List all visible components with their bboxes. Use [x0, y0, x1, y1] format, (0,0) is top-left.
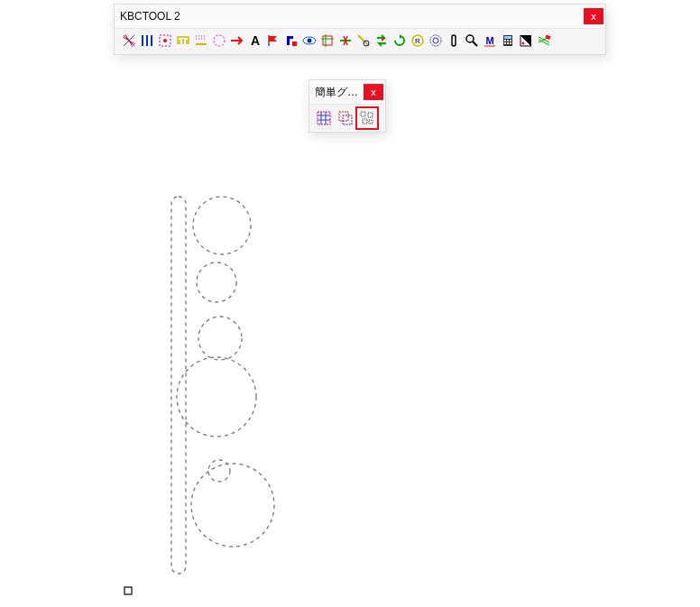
svg-rect-20: [510, 40, 511, 41]
svg-point-11: [430, 35, 441, 46]
popup-titlebar[interactable]: 簡単グル... x: [309, 80, 385, 104]
tool-flag[interactable]: [265, 32, 281, 49]
svg-rect-7: [323, 36, 332, 45]
tool-dashed-frame[interactable]: [157, 32, 173, 49]
main-close-button[interactable]: x: [584, 8, 603, 24]
popup-window: 簡単グル... x: [309, 79, 386, 133]
shape-circle[interactable]: [191, 464, 274, 547]
svg-rect-23: [510, 42, 511, 44]
svg-point-2: [214, 35, 225, 46]
popup-close-button[interactable]: x: [364, 84, 383, 100]
tool-letter-a[interactable]: A: [247, 32, 263, 49]
tool-registered[interactable]: R: [410, 32, 426, 49]
tool-ring[interactable]: [428, 32, 444, 49]
tool-bridge[interactable]: [175, 32, 191, 49]
svg-rect-31: [363, 119, 367, 124]
svg-rect-4: [292, 41, 297, 46]
shape-circle[interactable]: [193, 197, 251, 254]
tool-calc[interactable]: [500, 32, 516, 49]
tool-rotate[interactable]: [391, 32, 408, 49]
main-titlebar[interactable]: KBCTOOL 2 x: [115, 5, 605, 28]
tool-snap[interactable]: [355, 32, 372, 49]
tool-arrow-right[interactable]: [229, 32, 245, 49]
svg-rect-21: [504, 42, 506, 44]
svg-rect-19: [507, 40, 509, 41]
popup-tool-scatter[interactable]: [357, 108, 377, 128]
tool-measure[interactable]: M: [482, 32, 498, 49]
tool-erase[interactable]: [536, 32, 552, 49]
svg-text:R: R: [415, 37, 420, 45]
shape-circle[interactable]: [177, 357, 256, 437]
svg-text:M: M: [485, 35, 493, 46]
shape-circle[interactable]: [197, 262, 236, 302]
svg-point-24: [522, 42, 525, 45]
shape-circle[interactable]: [198, 317, 242, 360]
svg-rect-28: [343, 115, 352, 124]
svg-rect-13: [452, 35, 456, 46]
popup-toolbar-row: [309, 104, 385, 132]
popup-tool-overlap[interactable]: [336, 108, 355, 128]
svg-rect-32: [369, 120, 373, 124]
shape-circle[interactable]: [208, 460, 230, 482]
svg-rect-26: [318, 112, 330, 124]
main-title: KBCTOOL 2: [120, 10, 584, 23]
popup-title: 簡単グル...: [315, 85, 364, 100]
svg-text:A: A: [251, 33, 260, 48]
tool-contrast[interactable]: [518, 32, 534, 49]
tool-cut[interactable]: [337, 32, 354, 49]
svg-rect-22: [507, 42, 509, 44]
tool-mesh[interactable]: [121, 32, 137, 49]
svg-rect-27: [339, 112, 348, 121]
popup-tool-grid[interactable]: [314, 108, 334, 128]
svg-point-12: [433, 38, 438, 43]
tool-underline-dot[interactable]: [193, 32, 209, 49]
tool-crop[interactable]: [319, 32, 336, 49]
tool-corner[interactable]: [283, 32, 299, 49]
tool-zoom[interactable]: [464, 32, 480, 49]
tool-dotted-circle[interactable]: [211, 32, 227, 49]
main-toolbar-row: A R M: [115, 28, 605, 54]
cursor-marker: [124, 587, 132, 594]
svg-point-6: [308, 39, 312, 43]
svg-point-1: [163, 39, 167, 42]
shape-capsule[interactable]: [171, 197, 186, 574]
svg-rect-17: [504, 36, 511, 39]
main-toolbar-window: KBCTOOL 2 x A R M: [114, 4, 606, 55]
svg-point-14: [466, 35, 474, 42]
tool-swap[interactable]: [373, 32, 390, 49]
svg-rect-18: [504, 40, 506, 41]
tool-eye[interactable]: [301, 32, 318, 49]
svg-rect-29: [361, 112, 365, 116]
tool-grid-blue[interactable]: [139, 32, 155, 49]
svg-rect-30: [368, 113, 373, 117]
tool-capsule[interactable]: [446, 32, 462, 49]
